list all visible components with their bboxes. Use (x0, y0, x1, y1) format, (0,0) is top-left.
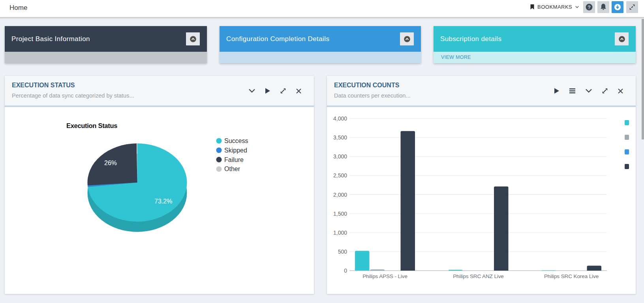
svg-text:500: 500 (338, 248, 347, 255)
svg-text:Philips SRC ANZ Live: Philips SRC ANZ Live (453, 273, 504, 279)
svg-text:Success: Success (224, 137, 248, 144)
svg-text:Philips SRC Korea Live: Philips SRC Korea Live (544, 273, 599, 279)
svg-text:Execution Status: Execution Status (66, 122, 117, 129)
svg-text:Skipped: Skipped (224, 147, 247, 154)
svg-text:4,000: 4,000 (333, 115, 347, 122)
svg-text:3,500: 3,500 (333, 134, 347, 141)
svg-text:2,000: 2,000 (333, 192, 347, 198)
svg-text:Philips APSS - Live: Philips APSS - Live (362, 273, 407, 279)
svg-text:Failure: Failure (224, 156, 244, 163)
svg-text:26%: 26% (104, 160, 117, 166)
svg-text:?: ? (588, 4, 591, 10)
svg-text:0: 0 (344, 267, 347, 274)
svg-text:3,000: 3,000 (333, 153, 347, 160)
svg-text:73.2%: 73.2% (154, 198, 172, 205)
svg-text:1,000: 1,000 (333, 230, 347, 236)
svg-text:2,500: 2,500 (333, 172, 347, 179)
svg-text:Other: Other (224, 166, 240, 172)
svg-text:1,500: 1,500 (333, 211, 347, 217)
